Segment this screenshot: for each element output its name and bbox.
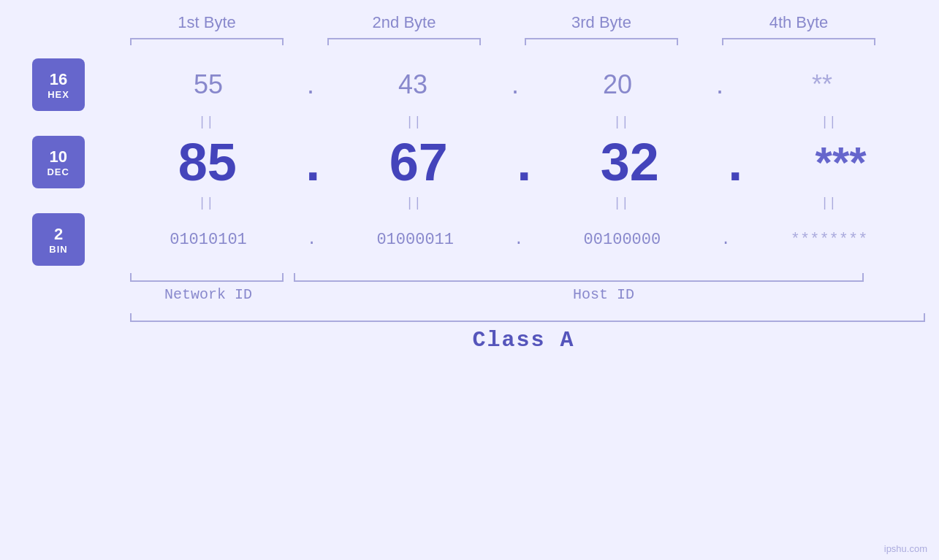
equals-2-4: || (732, 195, 930, 210)
watermark: ipshu.com (884, 543, 927, 554)
dec-val-3: 32 (601, 132, 659, 192)
host-id-label: Host ID (319, 286, 889, 303)
hex-dot-2: . (512, 69, 519, 100)
badge-dec-label: DEC (47, 166, 69, 177)
equals-1-2: || (317, 114, 514, 129)
equals-2-2: || (317, 195, 514, 210)
bracket-top-3 (525, 38, 678, 45)
badge-dec: 10 DEC (32, 136, 85, 188)
equals-2-1: || (110, 195, 307, 210)
bin-dot-2: . (514, 231, 523, 249)
hex-val-1: 55 (194, 69, 223, 100)
bracket-top-4 (722, 38, 875, 45)
byte-col-4: 4th Byte (700, 13, 897, 45)
bin-dot-1: . (307, 231, 316, 249)
dec-dot-2: . (517, 132, 531, 192)
host-id-bracket (294, 273, 864, 282)
dec-dot-3: . (728, 132, 742, 192)
equals-2-3: || (525, 195, 722, 210)
hex-dot-1: . (307, 69, 314, 100)
hex-dot-3: . (716, 69, 723, 100)
byte-label-2: 2nd Byte (373, 13, 436, 32)
bin-val-1: 01010101 (170, 231, 247, 249)
bin-dot-3: . (721, 231, 730, 249)
badge-hex-label: HEX (47, 89, 69, 100)
equals-1-3: || (525, 114, 722, 129)
dec-val-1: 85 (178, 132, 237, 192)
equals-1-1: || (110, 114, 307, 129)
network-id-bracket (130, 273, 284, 282)
badge-bin-number: 2 (54, 225, 63, 244)
network-id-label: Network ID (108, 286, 308, 303)
bracket-top-2 (327, 38, 481, 45)
hex-val-2: 43 (398, 69, 427, 100)
dec-val-4: *** (816, 137, 867, 188)
page-container: 1st Byte 2nd Byte 3rd Byte 4th Byte 16 H… (0, 0, 939, 560)
byte-label-3: 3rd Byte (571, 13, 631, 32)
badge-bin-label: BIN (49, 244, 67, 255)
dec-dot-1: . (305, 132, 320, 192)
byte-col-1: 1st Byte (108, 13, 305, 45)
bin-val-4: ******** (791, 231, 868, 249)
hex-val-3: 20 (603, 69, 632, 100)
hex-val-4: ** (812, 69, 832, 100)
class-label: Class A (472, 328, 574, 353)
badge-dec-number: 10 (49, 147, 66, 166)
bin-val-2: 01000011 (376, 231, 454, 249)
byte-label-4: 4th Byte (769, 13, 829, 32)
bin-val-3: 00100000 (584, 231, 661, 249)
badge-hex: 16 HEX (32, 58, 85, 111)
dec-val-2: 67 (389, 132, 448, 192)
byte-col-2: 2nd Byte (305, 13, 503, 45)
badge-hex-number: 16 (50, 70, 67, 89)
byte-label-1: 1st Byte (178, 13, 235, 32)
class-bracket (130, 313, 925, 322)
equals-1-4: || (732, 114, 930, 129)
badge-bin: 2 BIN (32, 213, 85, 266)
byte-col-3: 3rd Byte (503, 13, 700, 45)
bracket-top-1 (130, 38, 284, 45)
class-label-row: Class A (0, 328, 939, 353)
